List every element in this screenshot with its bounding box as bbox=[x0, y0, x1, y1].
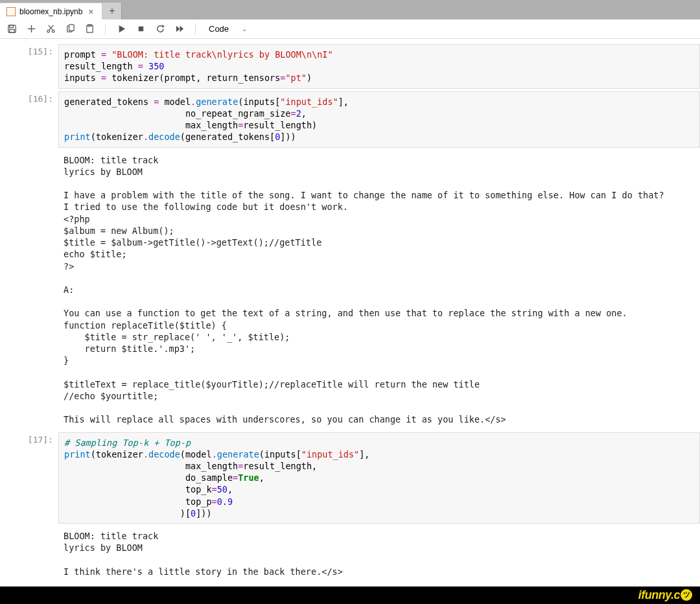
cell-type-dropdown[interactable]: Code ⌄ bbox=[206, 23, 250, 35]
code-input[interactable]: prompt = "BLOOM: title track\nlyrics by … bbox=[58, 44, 700, 89]
watermark-text: ifunny.c bbox=[638, 588, 680, 602]
svg-rect-10 bbox=[69, 25, 74, 30]
chevron-down-icon: ⌄ bbox=[242, 25, 247, 32]
close-icon[interactable]: × bbox=[86, 7, 95, 16]
tab-title: bloomex_nb.ipynb bbox=[19, 7, 82, 16]
add-cell-icon[interactable] bbox=[26, 24, 36, 34]
tab-bar: bloomex_nb.ipynb × + bbox=[0, 1, 700, 19]
svg-rect-1 bbox=[9, 25, 13, 28]
svg-marker-17 bbox=[180, 26, 183, 32]
code-cell[interactable]: [17]: # Sampling Top-k + Top-p print(tok… bbox=[0, 432, 700, 524]
svg-marker-16 bbox=[176, 26, 180, 32]
svg-rect-14 bbox=[138, 27, 143, 32]
code-cell[interactable]: [16]: generated_tokens = model.generate(… bbox=[0, 91, 700, 148]
cell-output: BLOOM: title track lyrics by BLOOM I hav… bbox=[58, 150, 700, 430]
svg-rect-2 bbox=[9, 29, 14, 32]
code-cell[interactable]: [15]: prompt = "BLOOM: title track\nlyri… bbox=[0, 44, 700, 89]
svg-point-6 bbox=[52, 30, 54, 32]
cell-prompt: [16]: bbox=[0, 91, 58, 148]
svg-point-5 bbox=[47, 30, 49, 32]
output-cell: BLOOM: title track lyrics by BLOOM I hav… bbox=[0, 150, 700, 430]
notebook-tab[interactable]: bloomex_nb.ipynb × bbox=[0, 3, 102, 19]
run-all-icon[interactable] bbox=[174, 24, 185, 34]
cut-icon[interactable] bbox=[45, 24, 56, 34]
code-input[interactable]: generated_tokens = model.generate(inputs… bbox=[58, 91, 700, 148]
notebook-icon bbox=[6, 7, 16, 16]
separator bbox=[195, 23, 196, 35]
cell-type-label: Code bbox=[209, 24, 229, 34]
svg-marker-13 bbox=[119, 25, 124, 32]
svg-line-8 bbox=[48, 25, 52, 30]
toolbar: Code ⌄ bbox=[0, 19, 700, 39]
cell-prompt: [15]: bbox=[0, 44, 58, 89]
output-cell: BLOOM: title track lyrics by BLOOM I thi… bbox=[0, 526, 700, 581]
cell-prompt: [17]: bbox=[0, 432, 58, 524]
restart-icon[interactable] bbox=[155, 24, 165, 34]
notebook-body: [15]: prompt = "BLOOM: title track\nlyri… bbox=[0, 39, 700, 587]
copy-icon[interactable] bbox=[65, 24, 75, 34]
save-icon[interactable] bbox=[6, 24, 17, 34]
watermark: ifunny.cツ bbox=[0, 587, 700, 604]
code-input[interactable]: # Sampling Top-k + Top-p print(tokenizer… bbox=[58, 432, 700, 524]
new-tab-button[interactable]: + bbox=[102, 3, 122, 19]
cell-output: BLOOM: title track lyrics by BLOOM I thi… bbox=[58, 526, 700, 581]
paste-icon[interactable] bbox=[84, 24, 95, 34]
run-icon[interactable] bbox=[116, 24, 126, 34]
cell-prompt bbox=[0, 526, 58, 581]
cell-prompt bbox=[0, 150, 58, 430]
svg-line-7 bbox=[49, 25, 53, 30]
svg-marker-15 bbox=[162, 25, 165, 28]
stop-icon[interactable] bbox=[135, 24, 146, 34]
separator bbox=[105, 23, 106, 35]
smiley-icon: ツ bbox=[681, 589, 692, 601]
